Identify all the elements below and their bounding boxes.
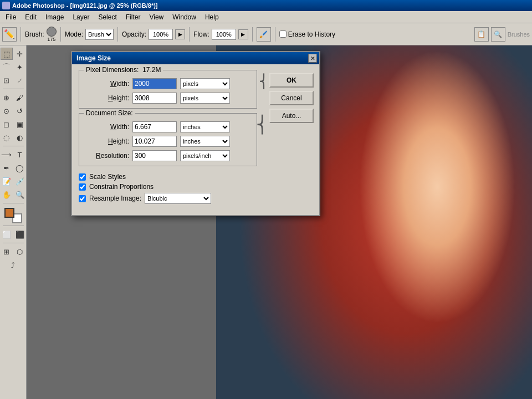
eyedropper-tool[interactable]: 💉 xyxy=(14,175,26,187)
fg-swatch[interactable] xyxy=(4,208,14,218)
pixel-width-unit[interactable]: pixels percent xyxy=(180,78,230,89)
quick-mask-on[interactable]: ⬛ xyxy=(14,228,26,241)
dialog-buttons: OK Cancel Auto... xyxy=(269,73,314,123)
doc-resolution-row: Resolution: pixels/inch pixels/cm xyxy=(85,150,251,161)
constrain-proportions-checkbox[interactable] xyxy=(79,183,86,191)
sep6 xyxy=(275,27,275,42)
color-swatch-area xyxy=(4,208,22,223)
pixel-width-row: Width: pixels percent ⎨ xyxy=(85,78,251,89)
resample-image-checkbox[interactable] xyxy=(79,195,86,202)
dialog-title-bar: Image Size ✕ xyxy=(72,52,319,64)
erase-history-checkbox[interactable] xyxy=(279,30,287,38)
menu-filter[interactable]: Filter xyxy=(121,12,145,22)
divider-1 xyxy=(3,89,24,89)
tool-row-14: ⤴ xyxy=(7,259,19,271)
chain-link-doc: ⎨ xyxy=(256,117,269,132)
doc-resolution-unit[interactable]: pixels/inch pixels/cm xyxy=(180,150,230,161)
magic-wand-tool[interactable]: ✦ xyxy=(14,61,26,73)
flow-arrow[interactable]: ▶ xyxy=(238,29,248,39)
menu-image[interactable]: Image xyxy=(41,12,68,22)
menu-view[interactable]: View xyxy=(145,12,168,22)
eraser-tool-btn[interactable]: ✏️ xyxy=(2,27,17,42)
fill-tool[interactable]: ▣ xyxy=(14,118,26,130)
pixel-height-unit[interactable]: pixels percent xyxy=(180,93,230,104)
tool-row-12: ⬜ ⬛ xyxy=(1,228,26,241)
brushes-label: Brushes xyxy=(508,31,530,38)
quick-mask-off[interactable]: ⬜ xyxy=(1,228,13,241)
tool-row-11: ✋ 🔍 xyxy=(1,188,26,201)
tool-row-5: ⊙ ↺ xyxy=(1,105,26,117)
checkboxes-area: Scale Styles Constrain Proportions Resam… xyxy=(79,171,313,209)
shape-tool[interactable]: ◯ xyxy=(14,162,26,174)
text-tool[interactable]: T xyxy=(14,149,26,161)
menu-window[interactable]: Window xyxy=(168,12,201,22)
constrain-proportions-label: Constrain Proportions xyxy=(89,183,154,191)
move-tool[interactable]: ✛ xyxy=(14,48,26,60)
zoom-tool[interactable]: 🔍 xyxy=(14,188,26,201)
fg-bg-swatch[interactable] xyxy=(4,208,22,223)
pixel-dimensions-section: Pixel Dimensions: 17.2M Width: pixels xyxy=(79,70,257,109)
divider-2 xyxy=(3,146,24,146)
doc-width-input[interactable] xyxy=(132,121,177,132)
image-size-dialog: Image Size ✕ Pixel Dimensions: 17.2M xyxy=(71,51,320,216)
ok-button[interactable]: OK xyxy=(269,73,314,88)
opacity-arrow[interactable]: ▶ xyxy=(175,29,185,39)
pixel-height-row: Height: pixels percent xyxy=(85,93,251,104)
doc-height-label: Height: xyxy=(85,137,129,145)
jump-to-imageready[interactable]: ⤴ xyxy=(7,259,19,271)
pixel-dims-section-title: Pixel Dimensions: 17.2M xyxy=(84,66,163,74)
tool-row-10: 📝 💉 xyxy=(1,175,26,187)
flow-input[interactable] xyxy=(212,29,236,40)
doc-resolution-input[interactable] xyxy=(132,150,177,161)
brush-tool[interactable]: 🖌 xyxy=(14,91,26,104)
menu-select[interactable]: Select xyxy=(94,12,121,22)
tool-row-3: ⊡ ⟋ xyxy=(1,74,26,86)
hand-tool[interactable]: ✋ xyxy=(1,188,13,201)
app-icon xyxy=(2,2,10,9)
menu-file[interactable]: File xyxy=(1,12,21,22)
sep2 xyxy=(60,27,61,42)
marquee-tool[interactable]: ⬚ xyxy=(1,48,13,60)
doc-width-unit[interactable]: inches cm mm points picas percent xyxy=(180,121,230,132)
brush-label: Brush: xyxy=(25,30,44,38)
menu-help[interactable]: Help xyxy=(201,12,223,22)
doc-height-input[interactable] xyxy=(132,136,177,147)
doc-height-unit[interactable]: inches cm mm points picas percent xyxy=(180,136,230,147)
lasso-tool[interactable]: ⌒ xyxy=(1,61,13,73)
history-brush-tool[interactable]: ↺ xyxy=(14,105,26,117)
pixel-height-input[interactable] xyxy=(132,93,177,104)
toolbar: ✏️ Brush: 175 Mode: Brush Opacity: ▶ Flo… xyxy=(0,23,532,45)
pen-tool[interactable]: ✒ xyxy=(1,162,13,174)
menu-edit[interactable]: Edit xyxy=(21,12,41,22)
auto-button[interactable]: Auto... xyxy=(269,109,314,123)
doc-width-label: Width: xyxy=(85,123,129,131)
clone-tool[interactable]: ⊙ xyxy=(1,105,13,117)
opacity-label: Opacity: xyxy=(122,30,146,38)
dialog-close-button[interactable]: ✕ xyxy=(308,54,317,63)
slice-tool[interactable]: ⟋ xyxy=(14,74,26,86)
notes-tool[interactable]: 📝 xyxy=(1,175,13,187)
full-screen-mode[interactable]: ⬡ xyxy=(14,245,26,258)
scale-styles-row: Scale Styles xyxy=(79,173,313,181)
healing-tool[interactable]: ⊕ xyxy=(1,91,13,104)
screen-mode[interactable]: ⊞ xyxy=(1,245,13,258)
cancel-button[interactable]: Cancel xyxy=(269,91,314,105)
tool-row-6: ◻ ▣ xyxy=(1,118,26,130)
pixel-width-label: Width: xyxy=(85,80,129,88)
dodge-tool[interactable]: ◐ xyxy=(14,131,26,144)
scale-styles-checkbox[interactable] xyxy=(79,173,86,181)
title-bar: Adobe Photoshop - [Img0121.jpg @ 25% (RG… xyxy=(0,0,532,11)
erase-history-label: Erase to History xyxy=(288,30,335,38)
mode-select[interactable]: Brush xyxy=(85,29,114,40)
history-btn[interactable]: 📋 xyxy=(474,27,489,42)
eraser-tool[interactable]: ◻ xyxy=(1,118,13,130)
pixel-width-input[interactable] xyxy=(132,78,177,89)
blur-tool[interactable]: ◌ xyxy=(1,131,13,144)
menu-layer[interactable]: Layer xyxy=(68,12,94,22)
info-btn[interactable]: 🔍 xyxy=(491,27,505,42)
crop-tool[interactable]: ⊡ xyxy=(1,74,13,86)
path-tool[interactable]: ⟶ xyxy=(1,149,13,161)
airbrush-btn[interactable]: 🖌️ xyxy=(257,27,271,42)
resample-method-select[interactable]: Bicubic Bicubic Smoother Bicubic Sharper… xyxy=(145,193,211,204)
opacity-input[interactable] xyxy=(149,29,173,40)
